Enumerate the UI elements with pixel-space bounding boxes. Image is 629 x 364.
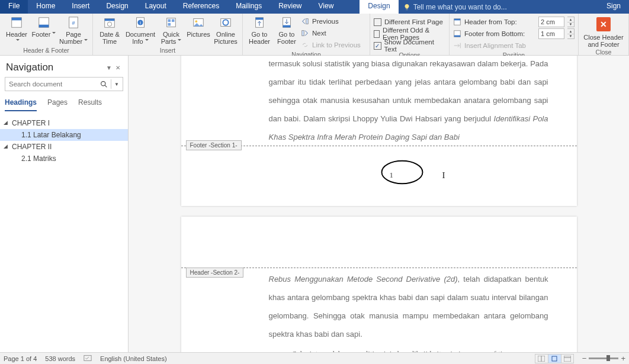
header-button[interactable]: Header	[4, 15, 30, 45]
page-1: termasuk solusi statistik yang biasa dig…	[181, 56, 577, 206]
nav-tab-results[interactable]: Results	[78, 96, 102, 111]
page2-body-text[interactable]: Rebus Menggunakan Metode Second Derivati…	[269, 270, 548, 343]
tab-layout[interactable]: Layout	[137, 0, 175, 14]
svg-rect-3	[39, 25, 49, 28]
view-read-mode[interactable]	[535, 354, 548, 363]
checkbox-unchecked-icon	[374, 18, 381, 26]
pagenum-icon: #	[67, 16, 80, 29]
quick-parts-button[interactable]: Quick Parts	[158, 15, 184, 45]
header-from-top-input[interactable]: 2 cm	[538, 17, 564, 27]
footer-icon	[37, 16, 50, 29]
date-time-button[interactable]: Date & Time	[97, 15, 123, 45]
nav-dropdown-icon[interactable]: ▼	[104, 65, 114, 71]
nav-pane-title: Navigation	[6, 62, 104, 73]
document-surface[interactable]: termasuk solusi statistik yang biasa dig…	[129, 56, 629, 352]
search-icon	[100, 80, 108, 88]
online-pictures-button[interactable]: Online Pictures	[213, 15, 239, 45]
tab-file[interactable]: File	[0, 0, 28, 14]
nav-close-icon[interactable]: ✕	[114, 65, 122, 71]
tab-home[interactable]: Home	[28, 0, 63, 14]
different-first-page-checkbox[interactable]: Different First Page	[374, 17, 445, 27]
svg-rect-1	[12, 18, 22, 21]
align-tab-icon	[453, 41, 461, 50]
view-web-layout[interactable]	[561, 354, 574, 363]
nav-previous-button[interactable]: Previous	[301, 16, 366, 27]
insert-alignment-tab-button[interactable]: Insert Alignment Tab	[453, 40, 575, 51]
zoom-out-icon[interactable]: −	[582, 354, 587, 363]
footer-bottom-icon	[453, 30, 461, 38]
show-document-text-checkbox[interactable]: ✓Show Document Text	[374, 40, 445, 51]
footer-button[interactable]: Footer	[31, 15, 57, 38]
page2-body-text-2[interactable]: Selanjutnya dalam penelitian ini akan di…	[269, 344, 548, 352]
tab-design[interactable]: Design	[98, 0, 136, 14]
tree-item-1-1[interactable]: 1.1 Latar Belakang	[0, 129, 128, 141]
link-icon	[301, 41, 309, 49]
footer-from-bottom-input[interactable]: 1 cm	[538, 28, 564, 39]
nav-next-button[interactable]: Next	[301, 28, 366, 38]
svg-point-32	[381, 161, 422, 183]
status-bar: Page 1 of 4 538 words English (United St…	[0, 352, 629, 364]
svg-rect-27	[454, 19, 461, 21]
nav-next-icon	[301, 29, 309, 37]
different-odd-even-checkbox[interactable]: Different Odd & Even Pages	[374, 28, 445, 39]
svg-line-31	[105, 85, 107, 87]
nav-prev-icon	[301, 17, 309, 25]
tree-item-2-1[interactable]: 2.1 Matriks	[0, 153, 128, 165]
view-print-layout[interactable]	[548, 354, 561, 363]
zoom-in-icon[interactable]: +	[621, 354, 625, 363]
svg-rect-7	[105, 19, 115, 21]
pictures-button[interactable]: Pictures	[185, 15, 211, 38]
header-top-icon	[453, 18, 461, 26]
close-header-footer-button[interactable]: ✕ Close Header and Footer	[582, 15, 625, 48]
status-words[interactable]: 538 words	[45, 355, 75, 362]
svg-rect-24	[306, 19, 309, 24]
caret-down-icon: ◢	[4, 143, 8, 149]
tell-me-placeholder: Tell me what you want to do...	[413, 3, 507, 11]
status-language[interactable]: English (United States)	[100, 355, 167, 362]
goto-footer-button[interactable]: Go to Footer	[274, 15, 300, 45]
zoom-slider[interactable]	[589, 357, 618, 359]
text-cursor: I	[442, 170, 443, 180]
goto-header-icon	[253, 16, 266, 29]
view-mode-buttons	[535, 354, 574, 363]
tab-view[interactable]: View	[310, 0, 342, 14]
status-page[interactable]: Page 1 of 4	[4, 355, 37, 362]
nav-tab-headings[interactable]: Headings	[5, 96, 37, 111]
nav-search[interactable]: ▼	[5, 77, 123, 91]
spinner-icon[interactable]: ▲▼	[567, 28, 575, 39]
group-label-header-footer: Header & Footer	[4, 46, 89, 54]
page1-body-text[interactable]: termasuk solusi statistik yang biasa dig…	[269, 56, 548, 146]
quickparts-icon	[165, 16, 178, 29]
svg-point-30	[101, 81, 105, 85]
nav-tab-pages[interactable]: Pages	[47, 96, 68, 111]
caret-down-icon: ◢	[4, 120, 8, 125]
datetime-icon	[103, 16, 116, 29]
pictures-icon	[192, 16, 205, 29]
tree-item-chapter1[interactable]: ◢CHAPTER I	[0, 117, 128, 129]
svg-rect-29	[454, 36, 461, 37]
zoom-control[interactable]: − +	[582, 354, 625, 363]
menu-tabs: File Home Insert Design Layout Reference…	[0, 0, 629, 14]
search-dropdown-icon[interactable]: ▼	[114, 82, 119, 87]
svg-rect-23	[283, 25, 291, 28]
tab-insert[interactable]: Insert	[63, 0, 98, 14]
page-number-button[interactable]: # Page Number	[58, 15, 89, 45]
tree-item-chapter2[interactable]: ◢CHAPTER II	[0, 141, 128, 153]
spinner-icon[interactable]: ▲▼	[567, 17, 575, 27]
ribbon: Header Footer # Page Number Header & Foo…	[0, 14, 629, 56]
document-info-button[interactable]: i Document Info	[124, 15, 157, 45]
group-label-close: Close	[582, 48, 625, 56]
close-x-icon: ✕	[596, 17, 611, 31]
svg-rect-13	[168, 20, 171, 22]
nav-search-input[interactable]	[9, 80, 100, 88]
goto-header-button[interactable]: Go to Header	[246, 15, 272, 45]
tell-me-search[interactable]: Tell me what you want to do...	[399, 0, 512, 14]
tab-context-design[interactable]: Design	[360, 0, 398, 14]
link-to-previous-button[interactable]: Link to Previous	[301, 40, 366, 50]
sign-in-button[interactable]: Sign	[598, 0, 629, 14]
tab-mailings[interactable]: Mailings	[227, 0, 270, 14]
svg-rect-25	[302, 31, 304, 36]
status-proofing-icon[interactable]	[84, 354, 92, 363]
tab-review[interactable]: Review	[270, 0, 310, 14]
tab-references[interactable]: References	[175, 0, 227, 14]
